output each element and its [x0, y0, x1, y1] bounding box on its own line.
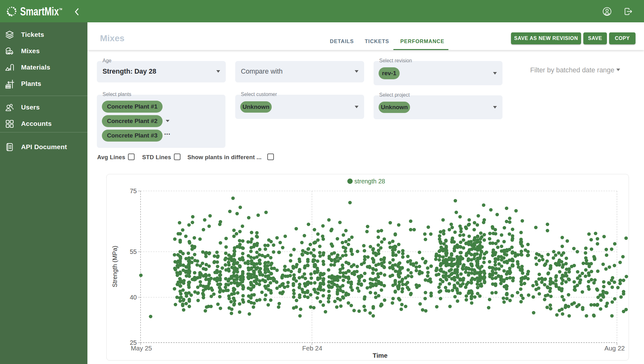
svg-text:Feb 24: Feb 24	[302, 344, 322, 352]
svg-text:Time: Time	[373, 352, 387, 359]
svg-text:40: 40	[130, 294, 137, 301]
svg-text:Aug 22: Aug 22	[604, 344, 625, 352]
svg-text:55: 55	[130, 248, 137, 255]
svg-text:May 25: May 25	[131, 344, 152, 352]
svg-text:75: 75	[130, 188, 137, 194]
svg-text:strength 28: strength 28	[354, 178, 385, 185]
svg-text:Strength (MPa): Strength (MPa)	[111, 246, 118, 287]
